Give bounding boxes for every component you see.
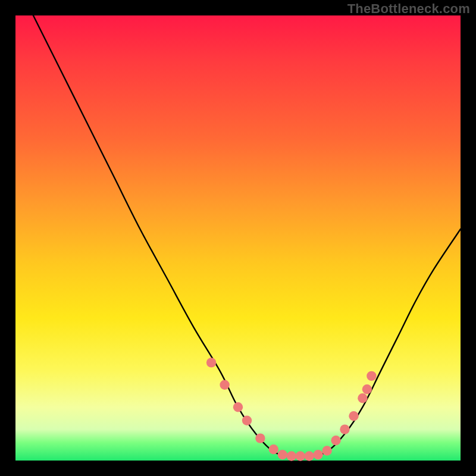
threshold-dot — [367, 371, 376, 381]
threshold-dot — [278, 450, 287, 459]
threshold-dot — [340, 424, 349, 434]
curve-svg — [15, 15, 461, 461]
threshold-dot — [287, 451, 296, 461]
threshold-dot — [305, 451, 314, 461]
threshold-dot — [255, 433, 265, 443]
bottleneck-curve — [33, 15, 461, 457]
chart-frame: TheBottleneck.com — [0, 0, 476, 476]
threshold-dot — [206, 358, 216, 367]
threshold-dot — [242, 416, 252, 425]
threshold-dot — [269, 444, 278, 454]
threshold-dot — [322, 446, 331, 455]
threshold-dot — [313, 450, 322, 459]
threshold-dot — [362, 384, 372, 394]
threshold-dot — [296, 451, 305, 461]
threshold-dot — [358, 393, 367, 403]
threshold-dot — [233, 402, 243, 412]
threshold-dot — [220, 380, 229, 390]
threshold-dot — [331, 436, 340, 445]
threshold-dot — [349, 411, 358, 421]
watermark-text: TheBottleneck.com — [347, 1, 470, 17]
plot-area — [15, 15, 461, 461]
threshold-dots — [206, 358, 377, 461]
